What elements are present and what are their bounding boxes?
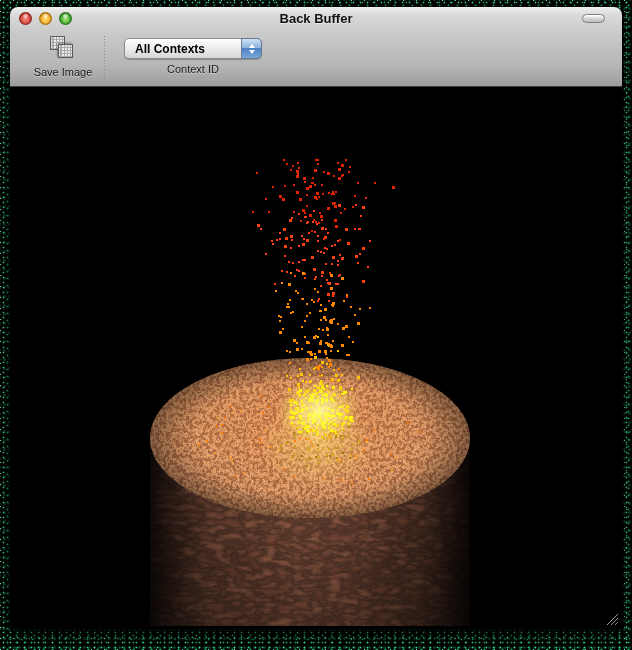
save-image-icon [49,36,77,62]
popup-updown-arrows-icon [241,38,262,59]
render-view [10,88,622,629]
window-header: Back Buffer Save Image All Contexts [10,7,622,87]
window-titlebar[interactable]: Back Buffer [10,7,622,29]
context-popup-value: All Contexts [125,42,205,56]
document-thumbnail-front-icon [58,44,73,58]
context-id-popup[interactable]: All Contexts [124,38,262,59]
toolbar: Save Image All Contexts Context ID [10,29,622,86]
toolbar-separator [104,36,105,84]
toolbar-toggle-button[interactable] [582,14,605,23]
save-image-label: Save Image [34,66,93,78]
back-buffer-window: Back Buffer Save Image All Contexts [10,7,622,629]
desktop-background: Back Buffer Save Image All Contexts [0,0,632,650]
window-title: Back Buffer [10,7,622,29]
context-popup-group: All Contexts Context ID [113,34,273,75]
save-image-button[interactable]: Save Image [24,34,102,78]
particles-layer [10,88,622,629]
resize-grip[interactable] [604,611,620,627]
context-id-label: Context ID [167,63,219,75]
